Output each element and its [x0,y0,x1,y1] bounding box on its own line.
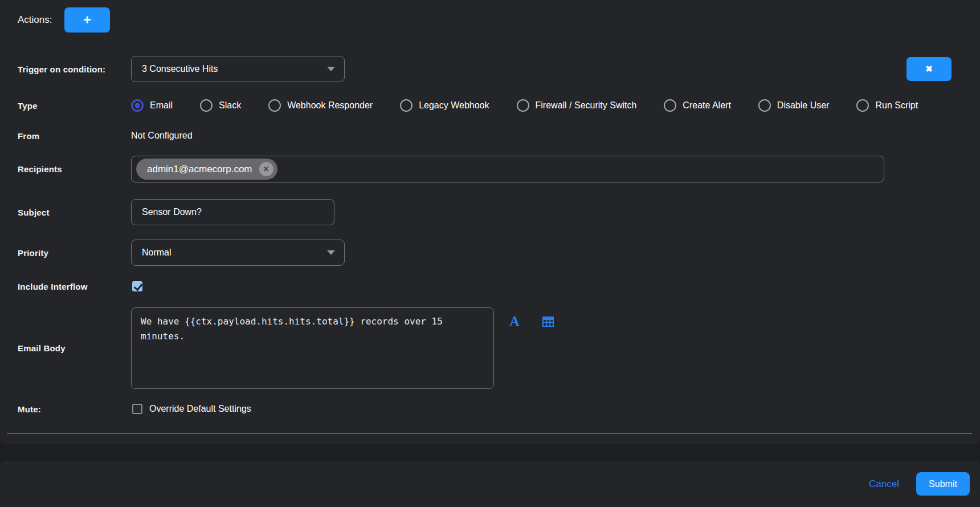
chevron-down-icon [327,250,335,255]
priority-row: Priority Normal [0,240,980,266]
radio-icon [131,99,144,112]
section-divider [7,433,972,433]
cancel-button[interactable]: Cancel [869,478,899,490]
priority-label: Priority [18,248,48,258]
radio-icon [517,99,529,112]
radio-label: Slack [219,100,241,111]
subject-input[interactable] [131,199,334,225]
subject-label: Subject [18,208,50,217]
priority-select[interactable]: Normal [131,240,345,266]
trigger-row: Trigger on condition: 3 Consecutive Hits… [0,56,980,82]
action-config-panel: Actions: + Trigger on condition: 3 Conse… [0,0,980,444]
actions-label: Actions: [18,14,52,26]
include-interflow-row: Include Interflow [0,277,980,295]
email-body-label: Email Body [18,343,66,353]
include-interflow-checkbox[interactable] [132,281,142,291]
radio-icon [200,99,213,112]
recipient-chip: admin1@acmecorp.com ✕ [136,159,277,180]
recipients-row: Recipients admin1@acmecorp.com ✕ [0,156,980,182]
font-format-icon[interactable]: A [509,314,520,328]
radio-label: Run Script [875,100,918,111]
chip-remove-icon[interactable]: ✕ [259,162,273,176]
priority-value: Normal [142,248,327,258]
radio-email[interactable]: Email [131,99,173,112]
radio-create-alert[interactable]: Create Alert [664,99,730,112]
actions-row: Actions: + [0,7,980,33]
subject-row: Subject [0,199,980,225]
radio-icon [856,99,869,112]
recipients-input[interactable]: admin1@acmecorp.com ✕ [131,156,884,182]
radio-webhook-responder[interactable]: Webhook Responder [268,99,373,112]
email-body-row: Email Body We have {{ctx.payload.hits.hi… [0,307,980,389]
insert-table-icon[interactable] [542,317,554,327]
include-interflow-label: Include Interflow [18,282,88,291]
from-label: From [18,131,39,141]
radio-label: Webhook Responder [287,100,373,111]
trigger-condition-select[interactable]: 3 Consecutive Hits [131,56,345,82]
mute-row: Mute: Override Default Settings [0,399,980,419]
radio-icon [268,99,281,112]
radio-label: Legacy Webhook [419,100,489,111]
mute-override-checkbox[interactable] [132,404,142,414]
trigger-condition-value: 3 Consecutive Hits [142,64,327,74]
close-icon: ✖ [925,64,933,74]
radio-disable-user[interactable]: Disable User [758,99,830,112]
from-row: From Not Configured [0,130,980,141]
plus-icon: + [83,12,91,28]
remove-action-button[interactable]: ✖ [906,57,952,81]
footer-action-bar: Cancel Submit [0,461,980,507]
radio-label: Disable User [777,100,830,111]
radio-label: Firewall / Security Switch [536,100,637,111]
mute-checkbox-label: Override Default Settings [149,404,251,414]
radio-label: Email [150,100,173,111]
radio-run-script[interactable]: Run Script [856,99,918,112]
radio-legacy-webhook[interactable]: Legacy Webhook [400,99,489,112]
type-label: Type [18,101,38,111]
radio-label: Create Alert [683,100,730,111]
recipients-label: Recipients [18,164,62,174]
trigger-condition-label: Trigger on condition: [18,64,105,74]
radio-icon [400,99,413,112]
mute-label: Mute: [18,404,41,414]
action-type-radio-group: Email Slack Webhook Responder Legacy Web… [131,99,918,112]
type-row: Type Email Slack Webhook Responder Legac… [0,99,980,112]
email-body-toolbar: A [509,314,554,328]
add-action-button[interactable]: + [64,7,110,33]
radio-icon [664,99,676,112]
email-body-textarea[interactable]: We have {{ctx.payload.hits.hits.total}} … [131,307,494,389]
chevron-down-icon [327,67,335,71]
radio-firewall-security-switch[interactable]: Firewall / Security Switch [517,99,637,112]
submit-button[interactable]: Submit [916,472,970,496]
radio-slack[interactable]: Slack [200,99,241,112]
radio-icon [758,99,771,112]
from-value: Not Configured [131,131,193,141]
recipient-email: admin1@acmecorp.com [147,164,252,175]
